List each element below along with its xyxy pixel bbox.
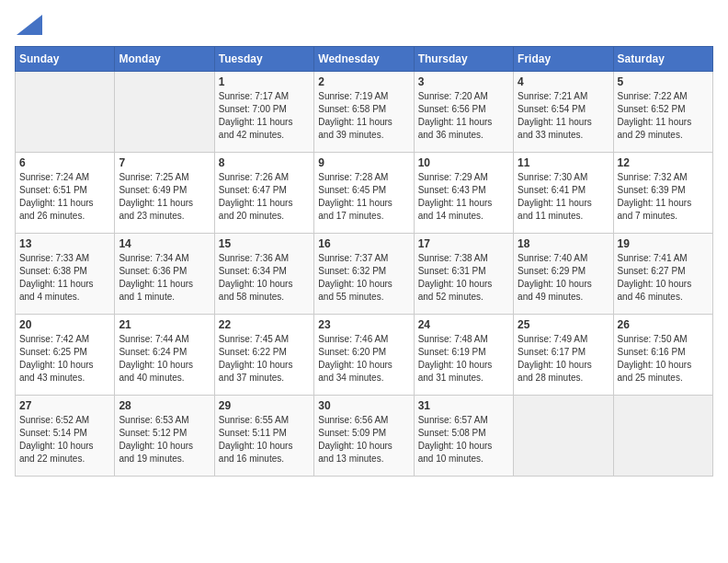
weekday-header-thursday: Thursday [414,47,513,72]
day-number: 4 [518,75,609,88]
calendar-cell: 29Sunrise: 6:55 AMSunset: 5:11 PMDayligh… [214,396,313,477]
calendar-cell: 11Sunrise: 7:30 AMSunset: 6:41 PMDayligh… [514,153,613,234]
calendar-cell: 6Sunrise: 7:24 AMSunset: 6:51 PMDaylight… [16,153,115,234]
calendar-cell: 22Sunrise: 7:45 AMSunset: 6:22 PMDayligh… [214,315,313,396]
day-number: 25 [518,318,609,331]
calendar-cell: 31Sunrise: 6:57 AMSunset: 5:08 PMDayligh… [414,396,513,477]
svg-marker-0 [17,15,42,35]
calendar-cell: 12Sunrise: 7:32 AMSunset: 6:39 PMDayligh… [613,153,712,234]
day-number: 10 [418,156,509,169]
calendar-cell: 7Sunrise: 7:25 AMSunset: 6:49 PMDaylight… [115,153,214,234]
day-detail: Sunrise: 7:29 AMSunset: 6:43 PMDaylight:… [418,171,509,223]
calendar-week-0: 1Sunrise: 7:17 AMSunset: 7:00 PMDaylight… [16,72,713,153]
calendar-cell: 17Sunrise: 7:38 AMSunset: 6:31 PMDayligh… [414,234,513,315]
calendar-week-4: 27Sunrise: 6:52 AMSunset: 5:14 PMDayligh… [16,396,713,477]
day-number: 31 [418,399,509,412]
day-detail: Sunrise: 6:53 AMSunset: 5:12 PMDaylight:… [119,414,210,465]
calendar-cell: 24Sunrise: 7:48 AMSunset: 6:19 PMDayligh… [414,315,513,396]
calendar-cell: 3Sunrise: 7:20 AMSunset: 6:56 PMDaylight… [414,72,513,153]
day-detail: Sunrise: 7:44 AMSunset: 6:24 PMDaylight:… [119,333,210,385]
day-detail: Sunrise: 7:46 AMSunset: 6:20 PMDaylight:… [318,333,409,385]
calendar-cell: 14Sunrise: 7:34 AMSunset: 6:36 PMDayligh… [115,234,214,315]
day-detail: Sunrise: 7:20 AMSunset: 6:56 PMDaylight:… [418,90,509,142]
calendar-cell: 16Sunrise: 7:37 AMSunset: 6:32 PMDayligh… [314,234,414,315]
day-number: 17 [418,237,509,250]
day-number: 9 [318,156,409,169]
day-number: 22 [219,318,310,331]
weekday-header-tuesday: Tuesday [214,47,313,72]
calendar-cell: 30Sunrise: 6:56 AMSunset: 5:09 PMDayligh… [314,396,414,477]
day-number: 14 [119,237,210,250]
calendar-header: SundayMondayTuesdayWednesdayThursdayFrid… [16,47,713,72]
calendar-cell: 28Sunrise: 6:53 AMSunset: 5:12 PMDayligh… [115,396,214,477]
day-number: 26 [618,318,709,331]
calendar-cell: 26Sunrise: 7:50 AMSunset: 6:16 PMDayligh… [613,315,712,396]
day-number: 30 [318,399,409,412]
day-number: 1 [219,75,310,88]
logo [15,15,42,35]
day-number: 5 [618,75,709,88]
calendar-cell: 21Sunrise: 7:44 AMSunset: 6:24 PMDayligh… [115,315,214,396]
day-detail: Sunrise: 7:32 AMSunset: 6:39 PMDaylight:… [618,171,709,223]
calendar-cell: 18Sunrise: 7:40 AMSunset: 6:29 PMDayligh… [514,234,613,315]
day-number: 11 [518,156,609,169]
calendar-week-1: 6Sunrise: 7:24 AMSunset: 6:51 PMDaylight… [16,153,713,234]
day-detail: Sunrise: 7:50 AMSunset: 6:16 PMDaylight:… [618,333,709,385]
day-number: 18 [518,237,609,250]
calendar-cell: 23Sunrise: 7:46 AMSunset: 6:20 PMDayligh… [314,315,414,396]
calendar-cell: 1Sunrise: 7:17 AMSunset: 7:00 PMDaylight… [214,72,313,153]
calendar-cell: 5Sunrise: 7:22 AMSunset: 6:52 PMDaylight… [613,72,712,153]
calendar-cell: 20Sunrise: 7:42 AMSunset: 6:25 PMDayligh… [16,315,115,396]
day-detail: Sunrise: 7:41 AMSunset: 6:27 PMDaylight:… [618,252,709,304]
day-detail: Sunrise: 7:17 AMSunset: 7:00 PMDaylight:… [219,90,310,142]
day-detail: Sunrise: 7:26 AMSunset: 6:47 PMDaylight:… [219,171,310,223]
day-detail: Sunrise: 7:21 AMSunset: 6:54 PMDaylight:… [518,90,609,142]
day-detail: Sunrise: 7:34 AMSunset: 6:36 PMDaylight:… [119,252,210,304]
calendar-cell: 2Sunrise: 7:19 AMSunset: 6:58 PMDaylight… [314,72,414,153]
day-number: 21 [119,318,210,331]
day-detail: Sunrise: 7:25 AMSunset: 6:49 PMDaylight:… [119,171,210,223]
day-detail: Sunrise: 6:52 AMSunset: 5:14 PMDaylight:… [19,414,110,465]
calendar-cell: 15Sunrise: 7:36 AMSunset: 6:34 PMDayligh… [214,234,313,315]
day-detail: Sunrise: 7:36 AMSunset: 6:34 PMDaylight:… [219,252,310,304]
day-detail: Sunrise: 7:30 AMSunset: 6:41 PMDaylight:… [518,171,609,223]
day-detail: Sunrise: 7:24 AMSunset: 6:51 PMDaylight:… [19,171,110,223]
calendar-cell [16,72,115,153]
logo-icon [17,15,42,35]
page-header [15,15,713,35]
weekday-header-sunday: Sunday [16,47,115,72]
calendar-cell: 9Sunrise: 7:28 AMSunset: 6:45 PMDaylight… [314,153,414,234]
day-detail: Sunrise: 7:38 AMSunset: 6:31 PMDaylight:… [418,252,509,304]
weekday-header-row: SundayMondayTuesdayWednesdayThursdayFrid… [16,47,713,72]
day-detail: Sunrise: 7:33 AMSunset: 6:38 PMDaylight:… [19,252,110,304]
calendar-cell: 8Sunrise: 7:26 AMSunset: 6:47 PMDaylight… [214,153,313,234]
day-detail: Sunrise: 7:48 AMSunset: 6:19 PMDaylight:… [418,333,509,385]
calendar-cell: 27Sunrise: 6:52 AMSunset: 5:14 PMDayligh… [16,396,115,477]
day-number: 13 [19,237,110,250]
calendar-week-3: 20Sunrise: 7:42 AMSunset: 6:25 PMDayligh… [16,315,713,396]
day-detail: Sunrise: 7:49 AMSunset: 6:17 PMDaylight:… [518,333,609,385]
day-detail: Sunrise: 7:22 AMSunset: 6:52 PMDaylight:… [618,90,709,142]
weekday-header-saturday: Saturday [613,47,712,72]
calendar-cell: 13Sunrise: 7:33 AMSunset: 6:38 PMDayligh… [16,234,115,315]
day-number: 6 [19,156,110,169]
day-number: 19 [618,237,709,250]
day-number: 28 [119,399,210,412]
day-number: 29 [219,399,310,412]
day-number: 3 [418,75,509,88]
calendar-cell [115,72,214,153]
calendar-cell: 10Sunrise: 7:29 AMSunset: 6:43 PMDayligh… [414,153,513,234]
day-number: 7 [119,156,210,169]
day-number: 2 [318,75,409,88]
day-detail: Sunrise: 6:55 AMSunset: 5:11 PMDaylight:… [219,414,310,465]
day-detail: Sunrise: 6:56 AMSunset: 5:09 PMDaylight:… [318,414,409,465]
day-detail: Sunrise: 7:19 AMSunset: 6:58 PMDaylight:… [318,90,409,142]
calendar-cell: 19Sunrise: 7:41 AMSunset: 6:27 PMDayligh… [613,234,712,315]
day-number: 20 [19,318,110,331]
day-number: 15 [219,237,310,250]
weekday-header-monday: Monday [115,47,214,72]
day-number: 8 [219,156,310,169]
calendar-cell: 25Sunrise: 7:49 AMSunset: 6:17 PMDayligh… [514,315,613,396]
day-detail: Sunrise: 6:57 AMSunset: 5:08 PMDaylight:… [418,414,509,465]
day-detail: Sunrise: 7:37 AMSunset: 6:32 PMDaylight:… [318,252,409,304]
